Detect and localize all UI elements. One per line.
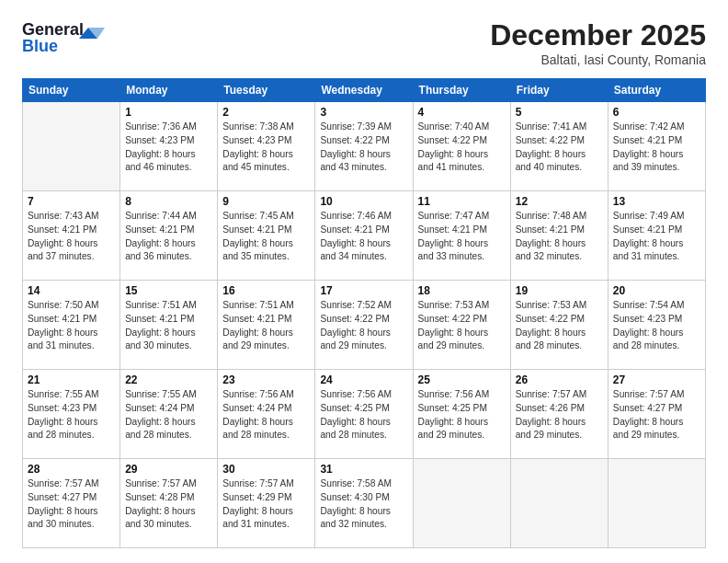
day-number: 24 — [320, 373, 407, 386]
calendar-week-row: 7Sunrise: 7:43 AMSunset: 4:21 PMDaylight… — [23, 191, 706, 281]
day-number: 20 — [613, 284, 700, 297]
day-number: 9 — [222, 195, 310, 208]
logo: General Blue — [22, 18, 105, 57]
day-info: Sunrise: 7:51 AMSunset: 4:21 PMDaylight:… — [125, 299, 212, 353]
calendar-day-cell: 3Sunrise: 7:39 AMSunset: 4:22 PMDaylight… — [315, 102, 413, 191]
day-info: Sunrise: 7:57 AMSunset: 4:26 PMDaylight:… — [516, 388, 603, 442]
day-info: Sunrise: 7:56 AMSunset: 4:25 PMDaylight:… — [418, 388, 506, 442]
calendar-day-cell: 15Sunrise: 7:51 AMSunset: 4:21 PMDayligh… — [120, 281, 218, 370]
calendar-day-cell: 9Sunrise: 7:45 AMSunset: 4:21 PMDaylight… — [218, 191, 315, 281]
calendar-day-cell: 21Sunrise: 7:55 AMSunset: 4:23 PMDayligh… — [23, 370, 120, 459]
day-info: Sunrise: 7:36 AMSunset: 4:23 PMDaylight:… — [125, 121, 212, 175]
logo-svg: General Blue — [22, 18, 105, 57]
calendar-day-cell: 12Sunrise: 7:48 AMSunset: 4:21 PMDayligh… — [510, 191, 608, 281]
calendar-day-cell: 25Sunrise: 7:56 AMSunset: 4:25 PMDayligh… — [413, 370, 510, 459]
page: General Blue December 2025 Baltati, Iasi… — [0, 0, 728, 563]
day-number: 8 — [125, 195, 212, 208]
day-info: Sunrise: 7:50 AMSunset: 4:21 PMDaylight:… — [28, 299, 115, 353]
calendar-day-cell: 1Sunrise: 7:36 AMSunset: 4:23 PMDaylight… — [120, 102, 218, 191]
day-info: Sunrise: 7:48 AMSunset: 4:21 PMDaylight:… — [516, 210, 603, 264]
day-number: 27 — [613, 373, 700, 386]
day-number: 29 — [125, 463, 212, 476]
calendar-day-cell — [23, 102, 120, 191]
day-number: 1 — [125, 106, 212, 119]
calendar-day-cell: 23Sunrise: 7:56 AMSunset: 4:24 PMDayligh… — [218, 370, 315, 459]
day-number: 18 — [418, 284, 506, 297]
calendar-day-cell: 11Sunrise: 7:47 AMSunset: 4:21 PMDayligh… — [413, 191, 510, 281]
day-number: 13 — [613, 195, 700, 208]
header: General Blue December 2025 Baltati, Iasi… — [22, 18, 706, 67]
day-info: Sunrise: 7:39 AMSunset: 4:22 PMDaylight:… — [320, 121, 407, 175]
calendar-day-cell: 22Sunrise: 7:55 AMSunset: 4:24 PMDayligh… — [120, 370, 218, 459]
day-info: Sunrise: 7:55 AMSunset: 4:23 PMDaylight:… — [28, 388, 115, 442]
calendar-day-cell: 26Sunrise: 7:57 AMSunset: 4:26 PMDayligh… — [510, 370, 608, 459]
day-number: 16 — [222, 284, 310, 297]
day-number: 17 — [320, 284, 407, 297]
calendar-day-cell: 10Sunrise: 7:46 AMSunset: 4:21 PMDayligh… — [315, 191, 413, 281]
day-number: 21 — [28, 373, 115, 386]
calendar-day-cell: 4Sunrise: 7:40 AMSunset: 4:22 PMDaylight… — [413, 102, 510, 191]
day-info: Sunrise: 7:45 AMSunset: 4:21 PMDaylight:… — [222, 210, 310, 264]
calendar-day-cell: 16Sunrise: 7:51 AMSunset: 4:21 PMDayligh… — [218, 281, 315, 370]
calendar-day-cell — [510, 459, 608, 548]
day-number: 19 — [516, 284, 603, 297]
day-number: 22 — [125, 373, 212, 386]
day-info: Sunrise: 7:57 AMSunset: 4:27 PMDaylight:… — [28, 477, 115, 532]
day-info: Sunrise: 7:55 AMSunset: 4:24 PMDaylight:… — [125, 388, 212, 442]
calendar-day-cell — [413, 459, 510, 548]
calendar-day-cell: 28Sunrise: 7:57 AMSunset: 4:27 PMDayligh… — [23, 459, 120, 548]
day-number: 23 — [222, 373, 310, 386]
calendar-table: SundayMondayTuesdayWednesdayThursdayFrid… — [22, 78, 706, 548]
svg-text:General: General — [22, 20, 84, 39]
calendar-day-cell: 27Sunrise: 7:57 AMSunset: 4:27 PMDayligh… — [608, 370, 705, 459]
day-number: 7 — [28, 195, 115, 208]
weekday-header-cell: Monday — [120, 79, 218, 102]
day-info: Sunrise: 7:44 AMSunset: 4:21 PMDaylight:… — [125, 210, 212, 264]
day-info: Sunrise: 7:38 AMSunset: 4:23 PMDaylight:… — [222, 121, 310, 175]
calendar-day-cell: 20Sunrise: 7:54 AMSunset: 4:23 PMDayligh… — [608, 281, 705, 370]
weekday-header-cell: Sunday — [23, 79, 120, 102]
day-number: 6 — [613, 106, 700, 119]
day-number: 25 — [418, 373, 506, 386]
calendar-day-cell: 8Sunrise: 7:44 AMSunset: 4:21 PMDaylight… — [120, 191, 218, 281]
calendar-day-cell: 14Sunrise: 7:50 AMSunset: 4:21 PMDayligh… — [23, 281, 120, 370]
calendar-day-cell: 19Sunrise: 7:53 AMSunset: 4:22 PMDayligh… — [510, 281, 608, 370]
calendar-day-cell: 31Sunrise: 7:58 AMSunset: 4:30 PMDayligh… — [315, 459, 413, 548]
day-info: Sunrise: 7:42 AMSunset: 4:21 PMDaylight:… — [613, 121, 700, 175]
day-info: Sunrise: 7:53 AMSunset: 4:22 PMDaylight:… — [516, 299, 603, 353]
day-number: 12 — [516, 195, 603, 208]
day-info: Sunrise: 7:56 AMSunset: 4:25 PMDaylight:… — [320, 388, 407, 442]
calendar-day-cell: 18Sunrise: 7:53 AMSunset: 4:22 PMDayligh… — [413, 281, 510, 370]
day-info: Sunrise: 7:54 AMSunset: 4:23 PMDaylight:… — [613, 299, 700, 353]
calendar-body: 1Sunrise: 7:36 AMSunset: 4:23 PMDaylight… — [23, 102, 706, 548]
calendar-week-row: 1Sunrise: 7:36 AMSunset: 4:23 PMDaylight… — [23, 102, 706, 191]
day-info: Sunrise: 7:49 AMSunset: 4:21 PMDaylight:… — [613, 210, 700, 264]
svg-text:Blue: Blue — [22, 37, 58, 55]
day-number: 3 — [320, 106, 407, 119]
day-info: Sunrise: 7:57 AMSunset: 4:28 PMDaylight:… — [125, 477, 212, 532]
location-subtitle: Baltati, Iasi County, Romania — [490, 52, 706, 67]
weekday-header-cell: Tuesday — [218, 79, 315, 102]
day-number: 11 — [418, 195, 506, 208]
day-info: Sunrise: 7:41 AMSunset: 4:22 PMDaylight:… — [516, 121, 603, 175]
weekday-header-cell: Thursday — [413, 79, 510, 102]
day-info: Sunrise: 7:51 AMSunset: 4:21 PMDaylight:… — [222, 299, 310, 353]
day-info: Sunrise: 7:57 AMSunset: 4:29 PMDaylight:… — [222, 477, 310, 532]
calendar-day-cell: 17Sunrise: 7:52 AMSunset: 4:22 PMDayligh… — [315, 281, 413, 370]
day-info: Sunrise: 7:46 AMSunset: 4:21 PMDaylight:… — [320, 210, 407, 264]
day-info: Sunrise: 7:40 AMSunset: 4:22 PMDaylight:… — [418, 121, 506, 175]
weekday-header-row: SundayMondayTuesdayWednesdayThursdayFrid… — [23, 79, 706, 102]
calendar-day-cell — [608, 459, 705, 548]
day-info: Sunrise: 7:57 AMSunset: 4:27 PMDaylight:… — [613, 388, 700, 442]
calendar-week-row: 28Sunrise: 7:57 AMSunset: 4:27 PMDayligh… — [23, 459, 706, 548]
day-info: Sunrise: 7:58 AMSunset: 4:30 PMDaylight:… — [320, 477, 407, 532]
day-number: 26 — [516, 373, 603, 386]
weekday-header-cell: Saturday — [608, 79, 705, 102]
calendar-day-cell: 30Sunrise: 7:57 AMSunset: 4:29 PMDayligh… — [218, 459, 315, 548]
calendar-week-row: 14Sunrise: 7:50 AMSunset: 4:21 PMDayligh… — [23, 281, 706, 370]
title-block: December 2025 Baltati, Iasi County, Roma… — [490, 18, 706, 67]
calendar-day-cell: 5Sunrise: 7:41 AMSunset: 4:22 PMDaylight… — [510, 102, 608, 191]
day-number: 2 — [222, 106, 310, 119]
calendar-day-cell: 13Sunrise: 7:49 AMSunset: 4:21 PMDayligh… — [608, 191, 705, 281]
month-title: December 2025 — [490, 18, 706, 52]
